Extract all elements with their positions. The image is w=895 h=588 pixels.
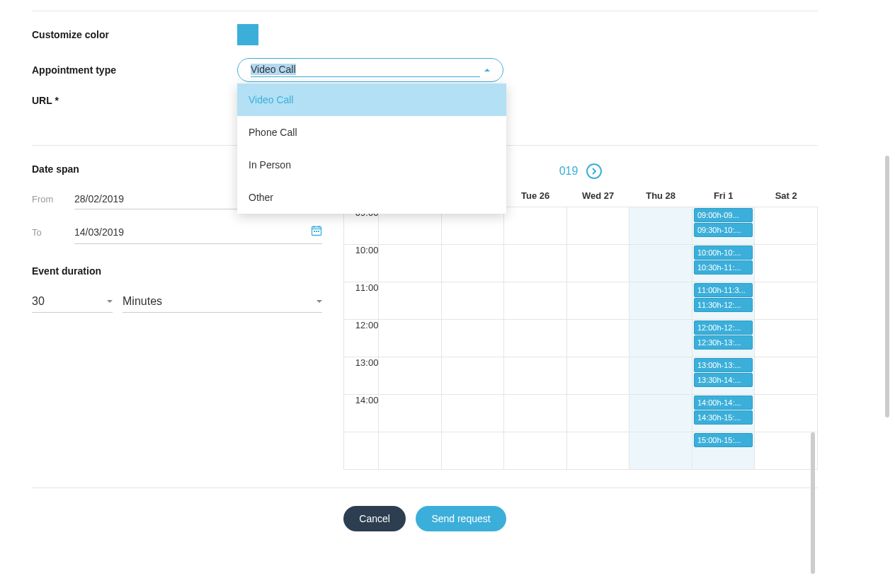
calendar-cell[interactable]: 11:00h-11:3...11:30h-12:... [692,282,755,320]
calendar-cell[interactable] [379,245,442,282]
day-header: Wed 27 [566,185,629,207]
calendar-cell[interactable]: 09:00h-09...09:30h-10:... [692,207,755,245]
send-request-button[interactable]: Send request [416,506,506,531]
calendar-cell[interactable] [629,432,692,470]
calendar-cell[interactable] [629,357,692,395]
time-slot[interactable]: 13:30h-14:... [694,373,753,387]
page-scrollbar[interactable] [885,156,889,417]
calendar-cell[interactable] [441,282,504,320]
calendar-cell[interactable] [441,357,504,395]
appointment-type-label: Appointment type [32,64,237,76]
calendar-cell[interactable]: 10:00h-10:...10:30h-11:... [692,245,755,282]
calendar-cell[interactable] [379,395,442,432]
time-label: 10:00 [344,245,379,282]
to-label: To [32,227,74,238]
calendar-cell[interactable] [379,282,442,320]
color-swatch[interactable] [237,24,258,45]
day-header: Fri 1 [692,185,755,207]
caret-down-icon [107,300,113,303]
calendar-cell[interactable] [566,282,629,320]
dropdown-option-video-call[interactable]: Video Call [237,83,506,116]
svg-rect-6 [318,231,319,232]
calendar-cell[interactable] [504,432,567,470]
time-slot[interactable]: 14:00h-14:... [694,396,753,410]
calendar-cell[interactable]: 14:00h-14:...14:30h-15:... [692,395,755,432]
duration-unit: Minutes [122,295,162,308]
calendar-cell[interactable] [566,432,629,470]
calendar-cell[interactable] [504,207,567,245]
calendar-icon[interactable] [311,225,322,239]
event-duration-heading: Event duration [32,265,322,277]
from-label: From [32,194,74,204]
calendar-cell[interactable] [629,320,692,357]
calendar-cell[interactable] [504,320,567,357]
time-slot[interactable]: 15:00h-15:... [694,433,753,447]
svg-rect-4 [314,231,315,232]
calendar-cell[interactable] [504,395,567,432]
appointment-type-value: Video Call [251,64,296,75]
time-label: 13:00 [344,357,379,395]
day-header: Thu 28 [629,185,692,207]
time-slot[interactable]: 11:30h-12:... [694,298,753,312]
dropdown-option-other[interactable]: Other [237,181,506,214]
time-slot[interactable]: 10:30h-11:... [694,260,753,275]
calendar-cell[interactable] [379,320,442,357]
time-slot[interactable]: 11:00h-11:3... [694,283,753,297]
time-slot[interactable]: 14:30h-15:... [694,410,753,425]
calendar-cell[interactable] [566,320,629,357]
calendar-grid: Sun 24 Mon 25 Tue 26 Wed 27 Thu 28 Fri 1… [343,185,818,470]
calendar-cell[interactable] [566,395,629,432]
calendar-cell[interactable] [441,320,504,357]
calendar-cell[interactable]: 13:00h-13:...13:30h-14:... [692,357,755,395]
calendar-cell[interactable] [441,432,504,470]
time-label: 11:00 [344,282,379,320]
calendar-cell[interactable]: 12:00h-12:...12:30h-13:... [692,320,755,357]
caret-up-icon [484,69,490,71]
appointment-type-dropdown: Video Call Phone Call In Person Other [237,83,506,214]
duration-value-select[interactable]: 30 [32,291,113,313]
calendar-cell[interactable] [566,357,629,395]
to-date-input[interactable] [74,226,297,238]
calendar-cell[interactable] [379,432,442,470]
time-slot[interactable]: 12:00h-12:... [694,321,753,335]
calendar-cell[interactable] [441,245,504,282]
customize-color-label: Customize color [32,29,237,40]
svg-rect-5 [316,231,317,232]
calendar-cell[interactable] [629,245,692,282]
duration-unit-select[interactable]: Minutes [122,291,322,313]
day-header: Tue 26 [504,185,567,207]
url-label: URL * [32,95,237,106]
calendar-range-text: 019 [559,165,578,178]
duration-value: 30 [32,295,45,308]
calendar-cell[interactable] [566,207,629,245]
appointment-type-select[interactable]: Video Call [237,58,503,82]
calendar-cell[interactable] [504,245,567,282]
calendar-cell[interactable] [441,395,504,432]
caret-down-icon [317,300,322,303]
calendar-scrollbar[interactable] [806,163,816,588]
time-label: 14:00 [344,395,379,432]
calendar-cell[interactable] [504,357,567,395]
dropdown-option-phone-call[interactable]: Phone Call [237,116,506,149]
calendar-cell[interactable] [629,395,692,432]
time-slot[interactable]: 13:00h-13:... [694,358,753,372]
time-label: 12:00 [344,320,379,357]
calendar-cell[interactable] [629,282,692,320]
calendar-next-button[interactable] [586,163,602,179]
calendar-cell[interactable] [566,245,629,282]
calendar-cell[interactable] [504,282,567,320]
calendar-cell[interactable] [629,207,692,245]
calendar-cell[interactable]: 15:00h-15:... [692,432,755,470]
time-slot[interactable]: 09:30h-10:... [694,223,753,237]
time-slot[interactable]: 12:30h-13:... [694,335,753,350]
time-slot[interactable]: 09:00h-09... [694,208,753,222]
time-slot[interactable]: 10:00h-10:... [694,246,753,260]
cancel-button[interactable]: Cancel [343,506,406,531]
calendar-cell[interactable] [379,357,442,395]
dropdown-option-in-person[interactable]: In Person [237,149,506,181]
